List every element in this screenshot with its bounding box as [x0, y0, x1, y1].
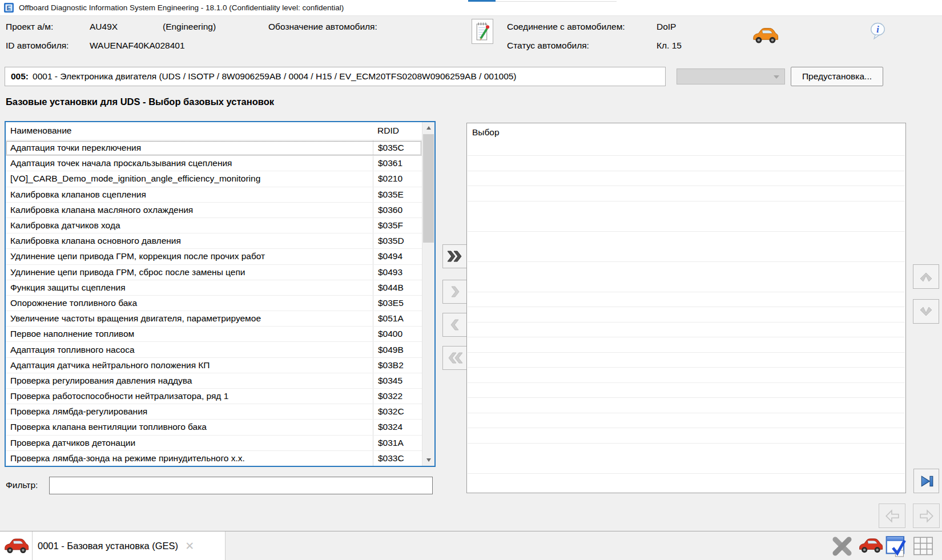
dialog-confirm-button[interactable] [885, 535, 907, 560]
row-name-cell: Проверка клапана вентиляции топливного б… [6, 422, 373, 432]
scrollbar-down-button[interactable] [422, 454, 434, 466]
table-row[interactable]: Адаптация топливного насоса $049B [6, 342, 422, 357]
ecu-number: 005: [11, 71, 29, 82]
selection-empty-rows [468, 141, 905, 492]
selection-panel: Выбор [466, 123, 906, 493]
row-rdid-cell: $0345 [373, 373, 422, 388]
disconnect-button[interactable] [831, 536, 854, 559]
row-rdid-cell: $035F [373, 218, 422, 233]
table-row[interactable]: Калибровка клапана масляного охлаждения … [6, 203, 422, 218]
table-row[interactable]: Проверка работоспособности нейтрализатор… [6, 389, 422, 404]
move-right-button[interactable] [442, 280, 468, 304]
row-rdid-cell: $031A [373, 436, 422, 450]
ecu-description: 0001 - Электроника двигателя (UDS / ISOT… [33, 71, 517, 82]
filter-label: Фильтр: [6, 480, 38, 490]
variant-dropdown[interactable] [677, 69, 785, 84]
table-row[interactable]: Проверка датчиков детонации $031A [6, 436, 422, 451]
row-name-cell: Функция защиты сцепления [6, 283, 373, 293]
execute-button[interactable] [913, 469, 939, 493]
status-label: Статус автомобиля: [507, 41, 589, 51]
table-row[interactable]: Проверка лямбда-регулирования $032C [6, 404, 422, 420]
nav-forward-button[interactable] [913, 503, 940, 528]
project-value: AU49X [90, 22, 118, 32]
row-name-cell: Проверка лямбда-регулирования [6, 406, 373, 417]
double-chevron-left-icon [446, 352, 464, 364]
move-down-button[interactable] [913, 299, 939, 324]
row-name-cell: Увеличение частоты вращения двигателя, п… [6, 313, 373, 324]
connection-value: DoIP [657, 22, 676, 32]
chevron-up-icon [919, 271, 933, 283]
chevron-left-icon [448, 319, 462, 331]
move-up-button[interactable] [913, 264, 939, 289]
scrollbar-up-button[interactable] [422, 122, 434, 134]
preset-button[interactable]: Предустановка... [791, 67, 883, 86]
row-rdid-cell: $044B [373, 280, 422, 295]
row-rdid-cell: $0493 [373, 265, 422, 280]
table-row[interactable]: [VO]_CARB_Demo_mode_ignition_angle_effic… [6, 171, 422, 187]
arrow-forward-icon [919, 509, 935, 523]
row-name-cell: Проверка датчиков детонации [6, 438, 373, 448]
nav-back-button[interactable] [879, 503, 905, 528]
row-rdid-cell: $0322 [373, 389, 422, 404]
scroll-down-icon [426, 458, 431, 462]
table-row[interactable]: Калибровка датчиков хода $035F [6, 218, 422, 233]
edit-note-button[interactable] [472, 19, 493, 44]
filter-input[interactable] [49, 477, 433, 494]
row-rdid-cell: $03B2 [373, 358, 422, 373]
table-row[interactable]: Проверка клапана вентиляции топливного б… [6, 420, 422, 435]
row-name-cell: [VO]_CARB_Demo_mode_ignition_angle_effic… [6, 174, 373, 184]
move-all-right-button[interactable] [442, 244, 468, 268]
vehicle-id-value: WAUENAF40KA028401 [90, 41, 185, 51]
red-car-icon [3, 537, 29, 555]
section-title: Базовые установки для UDS - Выбор базовы… [6, 96, 274, 107]
table-row[interactable]: Адаптация точек начала проскальзывания с… [6, 156, 422, 171]
table-row[interactable]: Проверка регулирования давления наддува … [6, 373, 422, 389]
ecu-info-bar: 005: 0001 - Электроника двигателя (UDS /… [5, 67, 666, 86]
row-rdid-cell: $0494 [373, 249, 422, 264]
scrollbar-thumb[interactable] [423, 134, 434, 243]
table-row[interactable]: Калибровка клапана основного давления $0… [6, 233, 422, 249]
row-name-cell: Опорожнение топливного бака [6, 298, 373, 308]
tab-close-icon[interactable]: ✕ [185, 541, 194, 551]
row-rdid-cell: $049B [373, 342, 422, 357]
table-row[interactable]: Удлинение цепи привода ГРМ, коррекция по… [6, 249, 422, 264]
move-left-button[interactable] [442, 313, 468, 337]
table-row[interactable]: Адаптация датчика нейтрального положения… [6, 358, 422, 373]
table-row[interactable]: Проверка лямбда-зонда на режиме принудит… [6, 451, 422, 466]
app-icon: E [4, 3, 14, 13]
dropdown-chevron-icon [774, 75, 779, 79]
vehicle-button[interactable] [858, 537, 883, 557]
row-name-cell: Проверка работоспособности нейтрализатор… [6, 391, 373, 401]
row-rdid-cell: $035D [373, 233, 422, 248]
table-row[interactable]: Опорожнение топливного бака $03E5 [6, 296, 422, 311]
row-name-cell: Калибровка клапана масляного охлаждения [6, 205, 373, 215]
designation-label: Обозначение автомобиля: [268, 22, 377, 32]
notepad-icon [475, 21, 490, 42]
info-button[interactable]: i [869, 22, 887, 41]
row-rdid-cell: $0360 [373, 203, 422, 217]
row-rdid-cell: $035C [373, 140, 422, 155]
row-name-cell: Проверка лямбда-зонда на режиме принудит… [6, 453, 373, 464]
row-rdid-cell: $0361 [373, 156, 422, 171]
session-tab[interactable]: 0001 - Базовая установка (GES) ✕ [33, 531, 226, 560]
data-grid-button[interactable] [912, 535, 934, 559]
move-all-left-button[interactable] [442, 346, 468, 370]
row-rdid-cell: $0324 [373, 420, 422, 434]
row-name-cell: Адаптация топливного насоса [6, 345, 373, 355]
table-row[interactable]: Увеличение частоты вращения двигателя, п… [6, 311, 422, 327]
window-title-bar: E Offboard Diagnostic Information System… [0, 0, 942, 16]
connection-label: Соединение с автомобилем: [507, 22, 625, 32]
chevron-right-icon [448, 286, 462, 297]
available-settings-table: Наименование RDID Адаптация точки перекл… [5, 121, 436, 467]
vehicle-tab[interactable] [0, 531, 33, 560]
table-row[interactable]: Первое наполнение топливом $0400 [6, 327, 422, 342]
table-row[interactable]: Калибровка клапанов сцепления $035E [6, 187, 422, 203]
table-row[interactable]: Функция защиты сцепления $044B [6, 280, 422, 296]
table-scrollbar[interactable] [422, 122, 434, 466]
table-row[interactable]: Удлинение цепи привода ГРМ, сброс после … [6, 265, 422, 280]
vehicle-connection-car-icon [751, 26, 779, 45]
table-row[interactable]: Адаптация точки переключения $035C [6, 140, 422, 156]
row-name-cell: Адаптация точек начала проскальзывания с… [6, 158, 373, 168]
row-name-cell: Калибровка датчиков хода [6, 220, 373, 231]
row-rdid-cell: $0400 [373, 327, 422, 341]
